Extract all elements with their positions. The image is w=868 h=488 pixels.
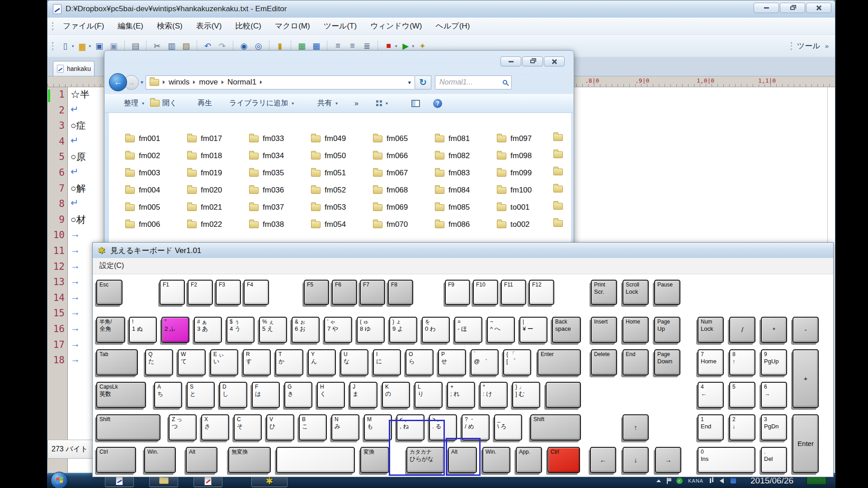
key-page-up[interactable]: PageUp: [654, 317, 680, 343]
menu-item[interactable]: 検索(S): [157, 21, 183, 31]
breadcrumb-move[interactable]: move: [199, 78, 218, 87]
key-5[interactable]: % ぇ5 え: [259, 317, 287, 343]
organize-menu[interactable]: 整理: [124, 94, 144, 113]
key-page-down[interactable]: PageDown: [654, 349, 680, 375]
key-scroll-lock[interactable]: ScrollLock: [623, 280, 649, 305]
key-np-1[interactable]: 1End: [698, 414, 724, 441]
key-j[interactable]: Jま: [349, 382, 377, 408]
key-backslash[interactable]: _\ ろ: [494, 414, 522, 441]
folder-item[interactable]: fm021: [187, 203, 222, 212]
key-home[interactable]: Home: [623, 317, 649, 343]
key-7[interactable]: ' ゃ7 や: [324, 317, 352, 343]
key-np-decimal[interactable]: .Del: [761, 447, 787, 473]
key-l[interactable]: Lり: [415, 382, 443, 408]
key-print-scr[interactable]: PrintScr.: [591, 280, 617, 305]
key-f11[interactable]: F11: [501, 280, 526, 305]
key-app[interactable]: App.: [516, 447, 542, 473]
folder-item[interactable]: fm097: [497, 134, 532, 143]
key-bracket-right[interactable]: } 」] む: [512, 382, 540, 408]
save-icon[interactable]: ▣: [93, 40, 105, 52]
key-muhenkan[interactable]: 無変換: [228, 447, 271, 473]
key-f4[interactable]: F4: [244, 280, 269, 305]
folder-item-clipped[interactable]: [553, 134, 563, 141]
key-i[interactable]: Iに: [373, 349, 401, 375]
key-z[interactable]: Z っつ: [169, 414, 197, 441]
menu-item[interactable]: ツール(T): [324, 21, 357, 31]
folder-item[interactable]: fm082: [435, 151, 470, 160]
folder-item-clipped[interactable]: [553, 151, 563, 158]
key-y[interactable]: Yん: [308, 349, 336, 375]
menu-item[interactable]: ファイル(F): [63, 21, 104, 31]
folder-item[interactable]: fm035: [249, 169, 284, 178]
key-slash[interactable]: ? ・/ め: [462, 414, 490, 441]
key-6[interactable]: & ぉ6 お: [292, 317, 320, 343]
key-g[interactable]: Gき: [284, 382, 312, 408]
folder-item[interactable]: fm066: [373, 151, 408, 160]
key-p[interactable]: Pせ: [438, 349, 466, 375]
folder-item[interactable]: fm052: [311, 186, 346, 195]
minimize-button[interactable]: [500, 56, 521, 66]
start-button[interactable]: [51, 472, 68, 488]
folder-item[interactable]: fm099: [497, 169, 532, 178]
folder-item[interactable]: fm004: [125, 186, 160, 195]
key-f7[interactable]: F7: [360, 280, 385, 305]
breadcrumb-arrow-icon[interactable]: [193, 80, 195, 84]
folder-item[interactable]: fm033: [249, 134, 284, 143]
open-button[interactable]: 開く: [150, 94, 177, 113]
key-semicolon[interactable]: +; れ: [447, 382, 475, 408]
folder-item[interactable]: fm070: [373, 220, 408, 229]
key-np-4[interactable]: 4←: [698, 382, 724, 408]
tab-hankaku[interactable]: hankaku: [53, 61, 94, 76]
emeditor-title-bar[interactable]: D:¥Dropbox¥pc5bai-dev¥wintips¥hankakuzen…: [47, 0, 835, 18]
folder-item[interactable]: fm069: [373, 203, 408, 212]
key-caret[interactable]: ~^ へ: [487, 317, 515, 343]
key-at[interactable]: `@ ゛: [471, 349, 499, 375]
key-np-subtract[interactable]: -: [793, 317, 819, 343]
key-henkan[interactable]: 変換: [360, 447, 389, 473]
add-to-library-menu[interactable]: ライブラリに追加: [229, 94, 294, 113]
dropdown-caret-icon[interactable]: ▾: [89, 44, 91, 48]
folder-item[interactable]: fm006: [125, 220, 160, 229]
key-np-enter[interactable]: Enter: [793, 414, 819, 473]
key-caps-lock[interactable]: CapsLk英数: [96, 382, 146, 408]
key-s[interactable]: Sと: [187, 382, 215, 408]
folder-item[interactable]: fm086: [435, 220, 470, 229]
key-shift-right[interactable]: Shift: [530, 414, 581, 441]
key-np-5[interactable]: 5: [729, 382, 755, 408]
key-k[interactable]: Kの: [382, 382, 410, 408]
key-n[interactable]: Nみ: [331, 414, 359, 441]
key-delete[interactable]: Delete: [591, 349, 617, 375]
key-f8[interactable]: F8: [388, 280, 413, 305]
key-f5[interactable]: F5: [304, 280, 329, 305]
key-np-divide[interactable]: /: [729, 317, 755, 343]
key-ctrl-left[interactable]: Ctrl: [96, 447, 136, 473]
folder-item[interactable]: fm005: [125, 203, 160, 212]
key-colon[interactable]: *: け: [480, 382, 508, 408]
search-box[interactable]: Normal1...: [435, 75, 512, 89]
folder-item[interactable]: to001: [497, 203, 530, 212]
folder-item[interactable]: fm084: [435, 186, 470, 195]
menu-item[interactable]: 比較(C): [235, 21, 261, 31]
play-button[interactable]: 再生: [198, 94, 212, 113]
dropdown-caret-icon[interactable]: ▾: [72, 44, 74, 48]
folder-item[interactable]: fm034: [249, 151, 284, 160]
recent-pages-caret-icon[interactable]: [141, 79, 143, 85]
key-arrow-down[interactable]: ↓: [623, 447, 649, 473]
key-arrow-right[interactable]: →: [655, 447, 681, 473]
folder-item[interactable]: fm085: [435, 203, 470, 212]
key-shift-left[interactable]: Shift: [96, 414, 160, 441]
key-f[interactable]: Fは: [252, 382, 280, 408]
key-b[interactable]: Bこ: [299, 414, 327, 441]
key-bracket-left[interactable]: { 「[ ゜: [503, 349, 531, 375]
key-insert[interactable]: Insert: [591, 317, 617, 343]
folder-item[interactable]: fm020: [187, 186, 222, 195]
key-u[interactable]: Uな: [340, 349, 368, 375]
address-dropdown-icon[interactable]: [408, 79, 411, 86]
key-enter-lower[interactable]: [546, 382, 581, 408]
folder-item[interactable]: fm065: [373, 134, 408, 143]
breadcrumb-normal1[interactable]: Normal1: [227, 78, 256, 87]
folder-item[interactable]: fm017: [187, 134, 222, 143]
folder-item[interactable]: fm053: [311, 203, 346, 212]
breadcrumb-winxls[interactable]: winxls: [169, 78, 189, 87]
key-1[interactable]: !1 ぬ: [129, 317, 157, 343]
